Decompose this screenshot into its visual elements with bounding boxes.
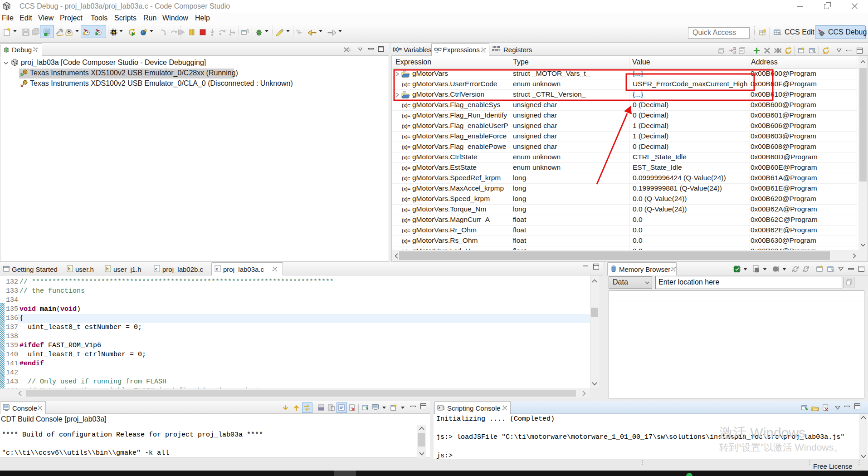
svg-text:c: c (155, 267, 157, 271)
svg-text:x=: x= (435, 51, 439, 54)
svg-text:c: c (216, 267, 218, 271)
svg-text:...: ... (719, 50, 722, 53)
svg-text:h: h (68, 267, 71, 271)
svg-text:h: h (106, 267, 109, 271)
